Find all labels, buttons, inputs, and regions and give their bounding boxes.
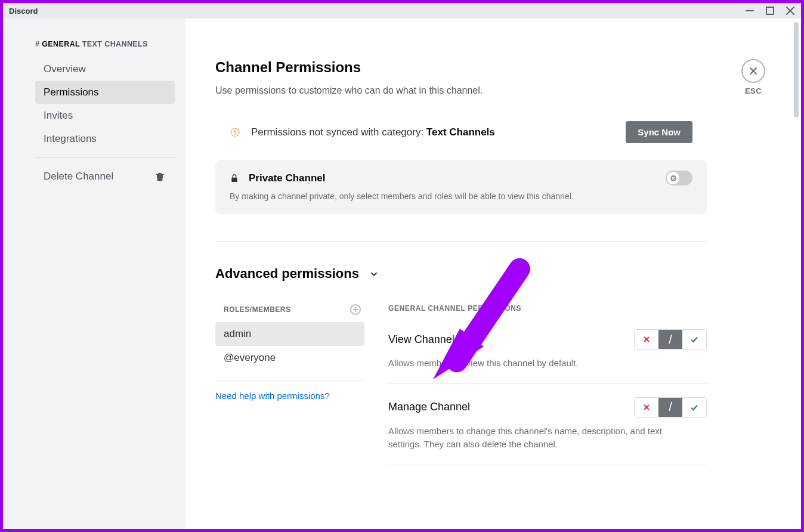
private-title: Private Channel [249, 172, 326, 184]
add-role-button[interactable] [350, 304, 361, 315]
svg-rect-8 [234, 134, 236, 135]
perm-allow[interactable] [682, 330, 706, 349]
perm-manage-channel: Manage Channel / Allows members to chang… [388, 397, 707, 451]
nav-overview[interactable]: Overview [35, 58, 175, 81]
nav-invites[interactable]: Invites [35, 104, 175, 127]
perm-tristate: / [634, 397, 707, 417]
perm-name: View Channel [388, 333, 454, 346]
page-subtitle: Use permissions to customize who can do … [215, 85, 669, 96]
roles-divider [215, 381, 364, 381]
perms-column: GENERAL CHANNEL PERMISSIONS View Channel… [388, 304, 707, 478]
sidebar-header: # GENERAL TEXT CHANNELS [8, 40, 181, 58]
main-content: ESC Channel Permissions Use permissions … [185, 18, 801, 529]
private-desc: By making a channel private, only select… [230, 191, 692, 201]
svg-rect-7 [234, 129, 236, 132]
title-bar: Discord [3, 3, 801, 18]
maximize-button[interactable] [765, 6, 775, 16]
lock-icon [230, 173, 239, 184]
chevron-down-icon [369, 268, 379, 279]
sync-text: Permissions not synced with category: Te… [251, 126, 495, 138]
roles-column: ROLES/MEMBERS admin @everyone Need help … [215, 304, 364, 478]
warning-icon [230, 127, 240, 138]
help-link[interactable]: Need help with permissions? [215, 391, 364, 401]
perm-deny[interactable] [635, 398, 658, 417]
sync-notice: Permissions not synced with category: Te… [215, 121, 707, 143]
perm-divider [388, 383, 707, 384]
channel-name: GENERAL [42, 40, 80, 48]
perm-name: Manage Channel [388, 401, 470, 413]
roles-header: ROLES/MEMBERS [224, 305, 291, 314]
svg-rect-1 [766, 7, 774, 14]
perm-passthrough[interactable]: / [658, 398, 682, 417]
perm-desc: Allows members to change this channel's … [388, 425, 663, 451]
perm-passthrough[interactable]: / [658, 330, 682, 349]
perm-allow[interactable] [682, 398, 706, 417]
private-toggle[interactable] [666, 171, 692, 185]
divider [215, 242, 707, 242]
window-controls [745, 6, 795, 16]
toggle-off-icon [669, 174, 678, 183]
scrollbar-thumb[interactable] [794, 22, 799, 117]
minimize-button[interactable] [745, 6, 754, 16]
sync-now-button[interactable]: Sync Now [626, 121, 692, 143]
delete-label: Delete Channel [44, 171, 113, 183]
delete-channel-button[interactable]: Delete Channel [35, 165, 175, 188]
app-brand: Discord [9, 7, 38, 16]
perm-tristate: / [634, 329, 707, 349]
close-window-button[interactable] [786, 6, 795, 16]
channel-category: TEXT CHANNELS [82, 40, 148, 48]
perms-header: GENERAL CHANNEL PERMISSIONS [388, 304, 707, 313]
trash-icon [154, 171, 165, 182]
perm-view-channel: View Channel / Allows members to view th… [388, 329, 707, 370]
nav-divider [35, 157, 175, 158]
perm-divider [388, 465, 707, 465]
perm-desc: Allows members to view this channel by d… [388, 357, 663, 370]
role-everyone[interactable]: @everyone [215, 346, 364, 370]
nav-integrations[interactable]: Integrations [35, 128, 175, 150]
hash-icon: # [35, 40, 39, 48]
role-admin[interactable]: admin [215, 322, 364, 346]
page-title: Channel Permissions [215, 59, 790, 76]
settings-sidebar: # GENERAL TEXT CHANNELS Overview Permiss… [3, 18, 185, 529]
private-channel-card: Private Channel By making a channel priv… [215, 160, 707, 214]
advanced-header[interactable]: Advanced permissions [215, 266, 790, 282]
perm-deny[interactable] [635, 330, 658, 349]
nav-permissions[interactable]: Permissions [35, 81, 175, 104]
advanced-title: Advanced permissions [215, 266, 359, 282]
